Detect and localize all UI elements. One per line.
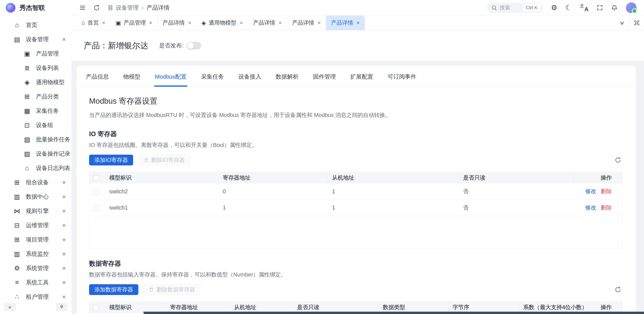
content-tab[interactable]: 扩展配置 [350,73,373,82]
page-tabbar: ⌂ 首页 × ▣ 产品管理 × 产品详情 × ◈ 通用物模型 × 产品详情 × … [72,16,644,30]
content-tab[interactable]: 设备接入 [238,73,261,82]
global-search[interactable]: Ctrl K [487,3,543,13]
tab-close-icon[interactable]: × [318,20,321,26]
tab-close-icon[interactable]: × [356,20,360,26]
sidebar-item[interactable]: ▧ 批量操作任务 [0,132,72,147]
page-tab[interactable]: 产品详情 × [326,16,365,30]
cell-slave-address: 1 [328,183,459,200]
sidebar-item[interactable]: ⊞ 产品分类 [0,89,72,104]
tab-close-icon[interactable]: × [102,20,106,26]
fullscreen-button[interactable] [596,5,603,11]
sidebar-item-icon: ≡ [13,279,21,286]
add-data-register-button[interactable]: 添加数据寄存器 [89,284,138,295]
sidebar-item-label: 设备列表 [36,64,59,72]
content-tab[interactable]: 产品信息 [86,73,109,82]
add-io-register-button[interactable]: 添加IO寄存器 [89,155,133,165]
pin-button[interactable] [56,303,68,311]
search-input[interactable] [500,5,520,11]
sidebar-item[interactable]: ≡ 系统工具 ∨ [0,275,72,289]
delete-link[interactable]: 删除 [601,204,612,211]
sidebar-item-icon: ⊞ [23,93,31,100]
page-tab[interactable]: ◈ 通用物模型 × [196,16,248,30]
sidebar-item[interactable]: ⊡ 设备组 [0,118,72,132]
row-checkbox[interactable] [93,205,99,211]
sidebar-item[interactable]: ▥ 系统监控 ∨ [0,247,72,261]
product-detail-card: 产品信息物模型Modbus配置采集任务设备接入数据解析固件管理扩展配置可订阅事件… [76,66,636,314]
sidebar-item[interactable]: ▨ 设备操作记录 [0,147,72,161]
notifications-button[interactable] [611,4,618,11]
data-table-header: 模型标识寄存器地址从机地址是否只读数据类型字节序系数（最大支持4位小数）操作 [89,301,622,313]
sidebar-collapse-button[interactable]: « [4,303,16,311]
tab-close-icon[interactable]: × [188,20,191,26]
sidebar-item-label: 设备操作记录 [36,150,70,158]
sidebar-item[interactable]: ▥ 数据中心 ∨ [0,189,72,204]
column-header: 操作 [588,301,622,313]
sidebar-item[interactable]: ◈ 通用物模型 [0,75,72,89]
sidebar-item-icon: ⊞ [13,179,21,186]
sidebar-item-label: 组合设备 [26,179,49,186]
page-tab[interactable]: 产品详情 × [248,16,287,30]
settings-button[interactable]: ⚙ [551,4,558,11]
moon-icon: ☾ [565,4,572,11]
sidebar-item[interactable]: ⊞ 组合设备 ∨ [0,175,72,189]
content-tab[interactable]: 数据解析 [276,73,298,82]
translate-icon: 文A [580,4,588,12]
brand-name: 秀杰智联 [20,4,45,12]
edit-link[interactable]: 修改 [585,204,596,211]
page-viewport: 产品：新增银尔达 是否发布: 产品信息物模型Modbus配置采集任务设备接入数据… [72,30,644,314]
sidebar-item[interactable]: ⋈ 规则引擎 ∨ [0,204,72,218]
select-all-checkbox[interactable] [93,175,99,181]
sidebar-item[interactable]: ∴ 租户管理 ∨ [0,289,72,301]
content-tab[interactable]: 采集任务 [201,73,224,82]
edit-link[interactable]: 修改 [585,188,596,194]
sidebar-item[interactable]: ⌂ 设备日志列表 [0,161,72,175]
tab-close-icon[interactable]: × [149,20,152,26]
page-tab[interactable]: ⌂ 首页 × [76,16,110,30]
chevron-icon: ∨ [62,265,66,271]
bell-icon [611,4,618,11]
page-tab[interactable]: 产品详情 × [158,16,196,30]
publish-toggle[interactable] [187,42,201,50]
sidebar-item[interactable]: ⊞ 项目管理 ∨ [0,232,72,247]
tab-label: 首页 [88,19,99,27]
delete-data-register-button[interactable]: 删除数据寄存器 [144,284,200,295]
sidebar-item-label: 规则引擎 [26,207,49,215]
breadcrumb-section[interactable]: 设备管理 [108,4,139,12]
row-checkbox[interactable] [93,189,99,195]
page-tab[interactable]: 产品详情 × [287,16,326,30]
io-refresh-button[interactable] [613,155,623,165]
tab-close-icon[interactable]: × [240,20,243,26]
content-tab[interactable]: Modbus配置 [155,73,186,82]
device-management-icon [108,5,114,11]
content-tab[interactable]: 固件管理 [313,73,336,82]
product-header: 产品：新增银尔达 是否发布: [72,30,644,61]
menu-toggle-button[interactable] [79,4,86,11]
modbus-settings-title: Modbus 寄存器设置 [89,96,623,106]
sidebar-item[interactable]: ▦ 采集任务 [0,104,72,118]
io-register-description: IO 寄存器包括线圈、离散寄存器，可以和开关量（Bool）属性绑定。 [89,141,623,149]
content-tab[interactable]: 可订阅事件 [388,73,416,82]
sidebar-item[interactable]: ▤ 设备管理 ∧ [0,32,72,47]
column-header: 系数（最大支持4位小数） [519,301,588,313]
brand[interactable]: 秀杰智联 [0,0,72,16]
sidebar-item[interactable]: ≣ 设备列表 [0,61,72,75]
content-tab[interactable]: 物模型 [123,73,140,82]
tab-list-dropdown-button[interactable]: ∨ [614,16,629,30]
sidebar-item[interactable]: ⌂ 首页 [0,18,72,32]
breadcrumb-separator: › [142,4,144,11]
refresh-page-button[interactable] [93,4,100,11]
page-tab[interactable]: ▣ 产品管理 × [110,16,158,30]
delete-link[interactable]: 删除 [601,188,612,194]
data-refresh-button[interactable] [613,285,623,294]
sidebar-item[interactable]: ⊟ 运维管理 ∨ [0,218,72,232]
select-all-checkbox[interactable] [93,305,99,310]
content-fullscreen-button[interactable] [629,16,644,30]
sidebar-item[interactable]: ▣ 产品管理 [0,47,72,61]
delete-io-register-button[interactable]: 删除IO寄存器 [138,155,190,165]
sidebar-item[interactable]: ⚙ 系统管理 ∨ [0,261,72,275]
dark-mode-toggle[interactable]: ☾ [565,4,572,11]
tab-close-icon[interactable]: × [279,20,282,26]
user-avatar[interactable] [626,2,636,13]
chevron-icon: ∨ [62,180,66,185]
language-button[interactable]: 文A [580,4,588,12]
